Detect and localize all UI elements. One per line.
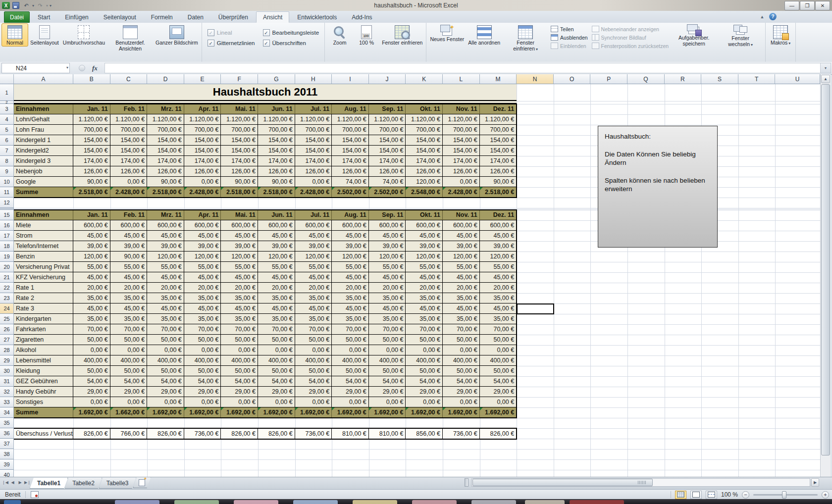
cell-C8[interactable]: 174,00 € <box>110 156 148 166</box>
cell-L10[interactable]: 0,00 € <box>443 177 480 187</box>
row-header-11[interactable]: 11 <box>0 187 14 198</box>
cell-E30[interactable]: 50,00 € <box>184 366 221 376</box>
cell-I22[interactable]: 20,00 € <box>332 283 369 293</box>
cell-K22[interactable]: 20,00 € <box>406 283 443 293</box>
checkbox-icon[interactable]: ✓ <box>263 29 270 36</box>
cell-M11[interactable]: 2.518,00 € <box>480 187 517 198</box>
cell-I30[interactable]: 50,00 € <box>332 366 369 376</box>
normal-button[interactable]: Normal <box>1 23 28 47</box>
cell-C7[interactable]: 154,00 € <box>110 146 148 156</box>
column-header-E[interactable]: E <box>184 74 221 84</box>
row-header-35[interactable]: 35 <box>0 418 14 428</box>
cell-A32[interactable]: Handy Gebühr <box>14 387 73 397</box>
cell-G16[interactable]: 600,00 € <box>258 220 295 231</box>
tab-splitter[interactable] <box>465 478 468 487</box>
cell-I3[interactable]: Aug. 11 <box>332 104 369 114</box>
cell-H6[interactable]: 154,00 € <box>295 135 332 146</box>
formula-bar-expand-icon[interactable]: ▾ <box>820 63 831 73</box>
cell-J8[interactable]: 174,00 € <box>369 156 406 166</box>
zoom-out-button[interactable]: − <box>742 491 749 499</box>
column-header-F[interactable]: F <box>221 74 258 84</box>
cell-E11[interactable]: 2.428,00 € <box>184 187 221 198</box>
row-header-4[interactable]: 4 <box>0 114 14 125</box>
cell-H18[interactable]: 39,00 € <box>295 241 332 252</box>
record-macro-icon[interactable] <box>31 491 39 498</box>
cell-I33[interactable]: 0,00 € <box>332 397 369 407</box>
cell-A22[interactable]: Rate 1 <box>14 283 73 293</box>
cell-H3[interactable]: Jul. 11 <box>295 104 332 114</box>
last-sheet-icon[interactable]: ▶❘ <box>24 479 31 486</box>
cell-G18[interactable]: 39,00 € <box>258 241 295 252</box>
cell-H34[interactable]: 1.692,00 € <box>295 407 332 418</box>
cell-A33[interactable]: Sonstiges <box>14 397 73 407</box>
page-layout-view-button[interactable] <box>690 491 702 499</box>
cell-K7[interactable]: 154,00 € <box>406 146 443 156</box>
cell-E28[interactable]: 0,00 € <box>184 345 221 355</box>
cell-D8[interactable]: 174,00 € <box>147 156 184 166</box>
cell-B22[interactable]: 20,00 € <box>73 283 110 293</box>
cell-I32[interactable]: 29,00 € <box>332 387 369 397</box>
cell-B26[interactable]: 70,00 € <box>73 324 110 335</box>
cell-L33[interactable]: 0,00 € <box>443 397 480 407</box>
cell-I34[interactable]: 1.692,00 € <box>332 407 369 418</box>
cell-M29[interactable]: 400,00 € <box>480 355 517 366</box>
fenster-einfrieren-button[interactable]: Fenster einfrieren <box>380 23 424 47</box>
cell-E22[interactable]: 20,00 € <box>184 283 221 293</box>
column-header-S[interactable]: S <box>701 74 738 84</box>
cell-B11[interactable]: 2.518,00 € <box>73 187 110 198</box>
cell-K28[interactable]: 0,00 € <box>406 345 443 355</box>
cell-D21[interactable]: 45,00 € <box>147 272 184 283</box>
cell-C17[interactable]: 45,00 € <box>110 231 148 241</box>
cell-A16[interactable]: Miete <box>14 220 73 231</box>
cell-K19[interactable]: 120,00 € <box>406 252 443 262</box>
name-box-dropdown-icon[interactable]: ▾ <box>66 65 68 70</box>
cell-L29[interactable]: 400,00 € <box>443 355 480 366</box>
cell-I7[interactable]: 154,00 € <box>332 146 369 156</box>
row-header-37[interactable]: 37 <box>0 439 14 449</box>
taskbar-button[interactable] <box>471 500 516 504</box>
cell-G3[interactable]: Jun. 11 <box>258 104 295 114</box>
cell-D7[interactable]: 154,00 € <box>147 146 184 156</box>
cell-C23[interactable]: 35,00 € <box>110 293 148 303</box>
makros-button[interactable]: Makros▾ <box>767 23 794 47</box>
neues-fenster-button[interactable]: Neues Fenster <box>428 23 466 43</box>
cell-J16[interactable]: 600,00 € <box>369 220 406 231</box>
cell-A11[interactable]: Summe <box>14 187 73 198</box>
ribbon-tab-einf-gen[interactable]: Einfügen <box>58 11 95 23</box>
cell-D17[interactable]: 45,00 € <box>147 231 184 241</box>
cell-H36[interactable]: 736,00 € <box>295 428 332 439</box>
cell-F32[interactable]: 29,00 € <box>221 387 258 397</box>
cell-G25[interactable]: 35,00 € <box>258 314 295 324</box>
cell-G7[interactable]: 154,00 € <box>258 146 295 156</box>
cell-B9[interactable]: 126,00 € <box>73 166 110 177</box>
cell-A10[interactable]: Google <box>14 177 73 187</box>
cell-C11[interactable]: 2.428,00 € <box>110 187 148 198</box>
cell-B7[interactable]: 154,00 € <box>73 146 110 156</box>
cell-B33[interactable]: 0,00 € <box>73 397 110 407</box>
cell-L26[interactable]: 70,00 € <box>443 324 480 335</box>
column-header-I[interactable]: I <box>332 74 369 84</box>
cell-J3[interactable]: Sep. 11 <box>369 104 406 114</box>
cell-L8[interactable]: 174,00 € <box>443 156 480 166</box>
cell-C27[interactable]: 50,00 € <box>110 335 148 345</box>
cell-M15[interactable]: Dez. 11 <box>480 210 517 220</box>
cell-C34[interactable]: 1.662,00 € <box>110 407 148 418</box>
cell-G15[interactable]: Jun. 11 <box>258 210 295 220</box>
row-header-15[interactable]: 15 <box>0 210 14 220</box>
cell-L3[interactable]: Nov. 11 <box>443 104 480 114</box>
ribbon-tab-entwicklertools[interactable]: Entwicklertools <box>290 11 344 23</box>
row-header-10[interactable]: 10 <box>0 177 14 187</box>
ribbon-tab-seitenlayout[interactable]: Seitenlayout <box>97 11 143 23</box>
cell-C25[interactable]: 35,00 € <box>110 314 148 324</box>
row-header-25[interactable]: 25 <box>0 314 14 324</box>
cell-J24[interactable]: 45,00 € <box>369 303 406 314</box>
column-header-G[interactable]: G <box>258 74 295 84</box>
cell-L24[interactable]: 45,00 € <box>443 303 480 314</box>
cell-J31[interactable]: 54,00 € <box>369 376 406 387</box>
cell-I24[interactable]: 45,00 € <box>332 303 369 314</box>
cell-F19[interactable]: 120,00 € <box>221 252 258 262</box>
cell-G21[interactable]: 45,00 € <box>258 272 295 283</box>
scroll-right-icon[interactable]: ▶ <box>811 478 819 487</box>
cell-I29[interactable]: 400,00 € <box>332 355 369 366</box>
cell-F22[interactable]: 20,00 € <box>221 283 258 293</box>
